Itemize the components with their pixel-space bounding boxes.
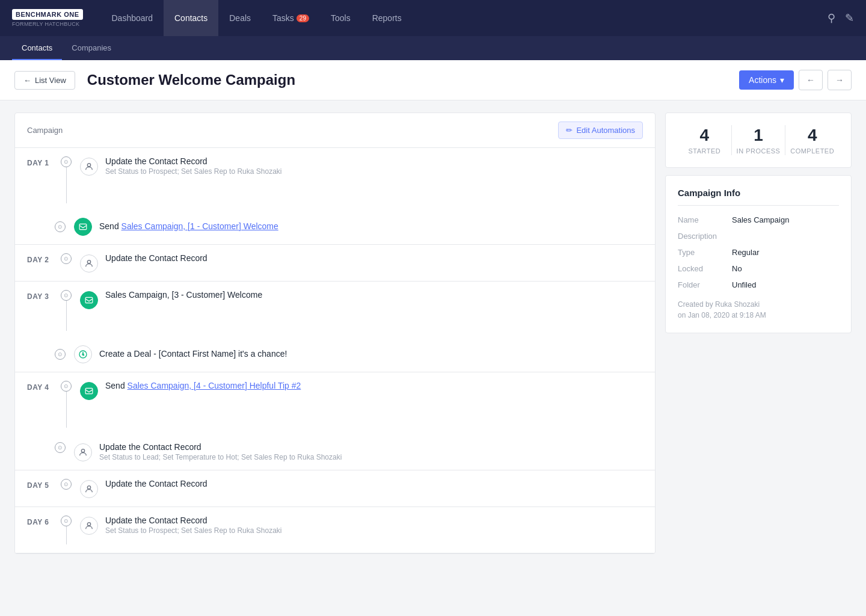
svg-point-0 [87, 164, 90, 167]
back-arrow-icon: ← [23, 76, 31, 85]
nav-contacts[interactable]: Contacts [164, 0, 218, 36]
day-3-section: DAY 3 ⊙ Sales Campaign, [3 - Customer] W… [15, 282, 655, 372]
clock-icon-7: ⊙ [55, 442, 66, 453]
nav-tasks[interactable]: Tasks 29 [262, 0, 320, 36]
nav-deals[interactable]: Deals [218, 0, 262, 36]
day-6-step-1-title: Update the Contact Record [105, 516, 643, 525]
day-1-step-2-content: Send Sales Campaign, [1 - Customer] Welc… [99, 221, 643, 232]
campaign-panel: Campaign ✏ Edit Automations DAY 1 ⊙ Upda… [14, 112, 656, 554]
right-sidebar: 4 STARTED 1 IN PROCESS 4 COMPLETED Campa… [665, 112, 852, 554]
day-6-label: DAY 6 [27, 516, 57, 526]
day-5-step-1-title: Update the Contact Record [105, 479, 643, 488]
stat-in-process: 1 IN PROCESS [732, 126, 785, 155]
logo-subtitle: FORMERLY HATCHBUCK [12, 21, 83, 27]
day-5-label: DAY 5 [27, 479, 57, 490]
next-button[interactable]: → [828, 70, 852, 90]
svg-point-8 [87, 523, 90, 526]
email-icon-1 [74, 218, 92, 236]
sub-nav-companies[interactable]: Companies [62, 36, 121, 60]
info-key-name: Name [678, 215, 732, 224]
campaign-label: Campaign [27, 126, 63, 135]
logo[interactable]: BENCHMARK ONE FORMERLY HATCHBUCK [12, 9, 83, 27]
day-4-step-2: ⊙ Update the Contact Record Set Status t… [15, 436, 655, 470]
info-val-folder: Unfiled [732, 280, 756, 289]
day-1-step-1-subtitle: Set Status to Prospect; Set Sales Rep to… [105, 167, 643, 176]
sub-nav: Contacts Companies [0, 36, 866, 60]
edit-automations-label: Edit Automations [576, 126, 635, 135]
tasks-badge: 29 [296, 14, 309, 22]
svg-rect-3 [85, 297, 93, 303]
search-icon[interactable]: ⚲ [828, 11, 835, 25]
contact-icon-3 [74, 443, 92, 461]
stat-completed-label: COMPLETED [785, 147, 839, 155]
svg-rect-1 [79, 224, 87, 229]
svg-point-7 [87, 486, 90, 489]
day-2-step-1: DAY 2 ⊙ Update the Contact Record [15, 245, 655, 281]
prev-button[interactable]: ← [799, 70, 823, 90]
stat-in-process-value: 1 [732, 126, 785, 145]
info-row-type: Type Regular [678, 248, 839, 257]
clock-icon-4: ⊙ [61, 290, 72, 301]
info-row-name: Name Sales Campaign [678, 215, 839, 224]
clock-icon-2: ⊙ [55, 221, 66, 232]
day-2-step-1-content: Update the Contact Record [105, 253, 643, 264]
day-3-step-2-content: Create a Deal - [Contact First Name] it'… [99, 349, 643, 360]
campaign-panel-header: Campaign ✏ Edit Automations [15, 113, 655, 148]
header-actions: Actions ▾ ← → [739, 70, 852, 90]
day-1-section: DAY 1 ⊙ Update the Contact Record Set St… [15, 148, 655, 245]
day-4-step-1: DAY 4 ⊙ Send Sales Campaign, [4 - Custom… [15, 372, 655, 436]
day-2-label: DAY 2 [27, 253, 57, 264]
info-key-type: Type [678, 248, 732, 257]
day-4-step-1-title: Send Sales Campaign, [4 - Customer] Help… [105, 381, 643, 390]
nav-dashboard[interactable]: Dashboard [101, 0, 164, 36]
day-4-section: DAY 4 ⊙ Send Sales Campaign, [4 - Custom… [15, 372, 655, 470]
contact-icon-5 [80, 517, 98, 535]
nav-tools[interactable]: Tools [320, 0, 361, 36]
stat-started: 4 STARTED [678, 126, 731, 155]
day-4-step-2-subtitle: Set Status to Lead; Set Temperature to H… [99, 453, 643, 461]
sub-nav-contacts[interactable]: Contacts [12, 36, 62, 60]
day-1-step-1-content: Update the Contact Record Set Status to … [105, 156, 643, 176]
edit-automations-button[interactable]: ✏ Edit Automations [558, 122, 643, 139]
chevron-down-icon: ▾ [780, 75, 784, 85]
day-3-step-1: DAY 3 ⊙ Sales Campaign, [3 - Customer] W… [15, 282, 655, 339]
stat-in-process-label: IN PROCESS [732, 147, 785, 155]
campaign-info-title: Campaign Info [678, 188, 839, 206]
svg-point-6 [81, 449, 84, 452]
day-3-label: DAY 3 [27, 290, 57, 301]
day-1-label: DAY 1 [27, 156, 57, 167]
contact-icon-4 [80, 480, 98, 498]
day-6-step-1-subtitle: Set Status to Prospect; Set Sales Rep to… [105, 526, 643, 535]
day-2-step-1-title: Update the Contact Record [105, 253, 643, 263]
page-title: Customer Welcome Campaign [87, 72, 739, 88]
page-header: ← List View Customer Welcome Campaign Ac… [0, 60, 866, 100]
info-row-locked: Locked No [678, 264, 839, 273]
logo-text: BENCHMARK ONE [12, 9, 83, 20]
user-icon[interactable]: ✎ [845, 11, 854, 25]
day-3-step-1-content: Sales Campaign, [3 - Customer] Welcome [105, 290, 643, 301]
day-3-step-2: ⊙ Create a Deal - [Contact First Name] i… [15, 339, 655, 372]
day-6-step-1-content: Update the Contact Record Set Status to … [105, 516, 643, 535]
back-button[interactable]: ← List View [14, 71, 75, 90]
day-4-email-link[interactable]: Sales Campaign, [4 - Customer] Helpful T… [127, 381, 301, 390]
stat-started-label: STARTED [678, 147, 731, 155]
info-key-folder: Folder [678, 280, 732, 289]
campaign-info-footer: Created by Ruka Shozaki on Jan 08, 2020 … [678, 299, 839, 321]
day-6-section: DAY 6 ⊙ Update the Contact Record Set St… [15, 507, 655, 553]
day-1-step-1-title: Update the Contact Record [105, 156, 643, 166]
clock-icon-3: ⊙ [61, 253, 72, 264]
email-icon-2 [80, 291, 98, 309]
day-6-step-1: DAY 6 ⊙ Update the Contact Record Set St… [15, 507, 655, 553]
info-row-folder: Folder Unfiled [678, 280, 839, 289]
stats-card: 4 STARTED 1 IN PROCESS 4 COMPLETED [665, 112, 852, 168]
actions-button[interactable]: Actions ▾ [739, 70, 794, 90]
info-val-locked: No [732, 264, 742, 273]
nav-links: Dashboard Contacts Deals Tasks 29 Tools … [101, 0, 828, 36]
nav-reports[interactable]: Reports [361, 0, 413, 36]
clock-icon-5: ⊙ [55, 349, 66, 360]
day-5-step-1-content: Update the Contact Record [105, 479, 643, 490]
day-3-step-1-title: Sales Campaign, [3 - Customer] Welcome [105, 290, 643, 300]
campaign-info-card: Campaign Info Name Sales Campaign Descri… [665, 175, 852, 333]
info-key-description: Description [678, 232, 732, 241]
day-1-email-link[interactable]: Sales Campaign, [1 - Customer] Welcome [121, 221, 278, 231]
